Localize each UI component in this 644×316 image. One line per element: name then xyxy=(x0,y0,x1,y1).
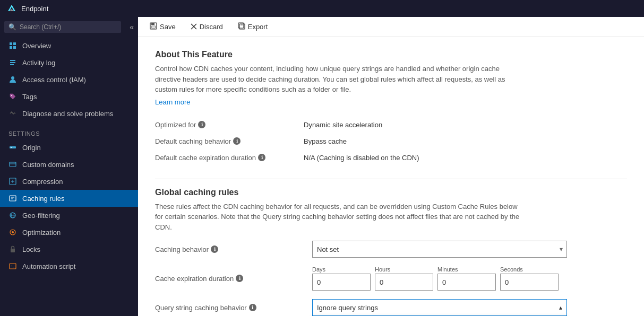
svg-point-25 xyxy=(12,231,14,233)
optimized-for-value: Dynamic site acceleration xyxy=(304,117,627,133)
sidebar-item-diagnose[interactable]: Diagnose and solve problems xyxy=(0,105,138,122)
sidebar-item-tags[interactable]: Tags xyxy=(0,88,138,105)
compression-icon xyxy=(8,177,17,186)
svg-rect-31 xyxy=(151,26,156,28)
sidebar-item-label: Custom domains xyxy=(22,161,74,169)
svg-rect-13 xyxy=(10,162,16,166)
query-string-row: Query string caching behavior ℹ Ignore q… xyxy=(155,299,627,316)
settings-section-label: SETTINGS xyxy=(0,122,138,139)
seconds-input[interactable] xyxy=(500,274,559,291)
about-section: About This Feature Control how CDN cache… xyxy=(155,50,627,117)
caching-behavior-info-icon[interactable]: ℹ xyxy=(211,245,218,253)
info-grid: Optimized for ℹ Dynamic site acceleratio… xyxy=(155,117,627,166)
sidebar-item-label: Geo-filtering xyxy=(22,212,60,220)
toolbar: Save Discard Export xyxy=(138,17,644,37)
query-string-dropdown-wrapper: Ignore query strings ▴ Ignore query stri… xyxy=(312,299,567,316)
days-label: Days xyxy=(312,266,371,273)
search-input[interactable] xyxy=(20,23,117,31)
export-icon xyxy=(238,22,245,31)
sidebar-item-automation-script[interactable]: Automation script xyxy=(0,258,138,275)
svg-rect-27 xyxy=(10,264,16,269)
days-input[interactable] xyxy=(312,274,371,291)
diagnose-icon xyxy=(8,109,17,118)
default-expiration-value: N/A (Caching is disabled on the CDN) xyxy=(304,150,627,166)
collapse-button[interactable]: « xyxy=(125,21,138,33)
global-caching-description: These rules affect the CDN caching behav… xyxy=(155,201,527,233)
sidebar-item-compression[interactable]: Compression xyxy=(0,173,138,190)
sidebar-search-box[interactable]: 🔍 xyxy=(4,21,121,33)
sidebar-item-label: Caching rules xyxy=(22,195,65,203)
learn-more-link[interactable]: Learn more xyxy=(155,98,190,106)
minutes-input[interactable] xyxy=(437,274,496,291)
svg-rect-30 xyxy=(151,23,154,25)
days-group: Days xyxy=(312,266,371,291)
cache-expiration-row: Cache expiration duration ℹ Days Hours xyxy=(155,266,627,291)
save-button[interactable]: Save xyxy=(147,20,179,33)
query-string-info-icon[interactable]: ℹ xyxy=(249,304,256,311)
minutes-group: Minutes xyxy=(437,266,496,291)
activity-log-icon xyxy=(8,58,17,67)
optimized-for-label: Optimized for ℹ xyxy=(155,117,304,133)
svg-rect-18 xyxy=(10,196,16,201)
sidebar-item-label: Activity log xyxy=(22,59,55,67)
optimized-for-info-icon[interactable]: ℹ xyxy=(198,121,205,128)
seconds-group: Seconds xyxy=(500,266,559,291)
sidebar-item-access-control[interactable]: Access control (IAM) xyxy=(0,71,138,88)
sidebar-item-geo-filtering[interactable]: Geo-filtering xyxy=(0,207,138,224)
access-control-icon xyxy=(8,75,17,84)
default-expiration-info-icon[interactable]: ℹ xyxy=(258,154,265,161)
sidebar-item-label: Tags xyxy=(22,93,37,101)
global-caching-title: Global caching rules xyxy=(155,188,627,197)
seconds-label: Seconds xyxy=(500,266,559,273)
caching-behavior-select[interactable]: Not set xyxy=(312,241,567,258)
export-button[interactable]: Export xyxy=(235,20,271,33)
svg-rect-2 xyxy=(10,42,12,45)
svg-rect-7 xyxy=(10,62,15,63)
sidebar-item-origin[interactable]: Origin xyxy=(0,139,138,156)
sidebar-item-label: Overview xyxy=(22,42,51,50)
svg-point-12 xyxy=(11,147,12,148)
content-area: Save Discard Export About This Feature C… xyxy=(138,17,644,316)
caching-rules-icon xyxy=(8,194,17,203)
caching-behavior-label: Caching behavior ℹ xyxy=(155,245,304,253)
discard-icon xyxy=(191,23,197,31)
discard-button[interactable]: Discard xyxy=(187,21,226,33)
cache-expiration-label: Cache expiration duration ℹ xyxy=(155,275,304,283)
default-caching-value: Bypass cache xyxy=(304,133,627,150)
sidebar-item-label: Origin xyxy=(22,144,41,152)
sidebar-item-caching-rules[interactable]: Caching rules xyxy=(0,190,138,207)
svg-rect-3 xyxy=(13,42,16,45)
default-expiration-label: Default cache expiration duration ℹ xyxy=(155,150,304,166)
sidebar-item-custom-domains[interactable]: Custom domains xyxy=(0,156,138,173)
save-label: Save xyxy=(160,23,176,31)
svg-rect-5 xyxy=(13,46,16,49)
sidebar-item-label: Optimization xyxy=(22,229,61,236)
default-caching-info-icon[interactable]: ℹ xyxy=(233,137,241,145)
duration-fields: Days Hours Minutes Seconds xyxy=(312,266,559,291)
app-title: Endpoint xyxy=(21,5,48,13)
sidebar-item-activity-log[interactable]: Activity log xyxy=(0,54,138,71)
sidebar-item-optimization[interactable]: Optimization xyxy=(0,224,138,241)
origin-icon xyxy=(8,143,17,152)
svg-rect-4 xyxy=(10,46,12,49)
azure-logo xyxy=(6,3,17,14)
svg-point-9 xyxy=(11,76,14,80)
sidebar-item-locks[interactable]: Locks xyxy=(0,241,138,258)
query-string-dropdown-trigger[interactable]: Ignore query strings ▴ xyxy=(312,299,567,316)
hours-input[interactable] xyxy=(375,274,433,291)
about-description: Control how CDN caches your content, inc… xyxy=(155,64,527,95)
hours-label: Hours xyxy=(375,266,433,273)
discard-label: Discard xyxy=(200,23,223,31)
geo-filtering-icon xyxy=(8,211,17,220)
automation-script-icon xyxy=(8,262,17,270)
sidebar-item-overview[interactable]: Overview xyxy=(0,37,138,54)
cache-expiration-info-icon[interactable]: ℹ xyxy=(236,275,243,282)
sidebar-item-label: Diagnose and solve problems xyxy=(22,110,113,118)
export-label: Export xyxy=(248,23,268,31)
about-title: About This Feature xyxy=(155,50,627,59)
default-caching-label: Default caching behavior ℹ xyxy=(155,133,304,150)
sidebar-item-label: Access control (IAM) xyxy=(22,76,86,84)
save-icon xyxy=(150,22,157,31)
locks-icon xyxy=(8,245,17,253)
query-string-label: Query string caching behavior ℹ xyxy=(155,304,304,312)
